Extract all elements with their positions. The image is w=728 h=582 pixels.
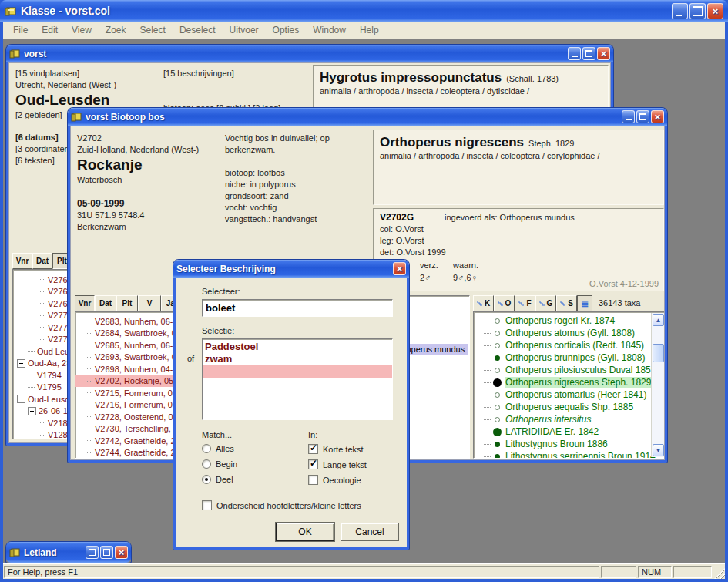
letland-titlebar[interactable]: Letland ×	[6, 542, 131, 563]
check-oecologie[interactable]: Oecologie	[308, 475, 361, 485]
tab-familie[interactable]: F	[515, 295, 535, 311]
tree-item[interactable]: V1794	[13, 369, 71, 382]
taxa-scrollbar[interactable]: ▲ ▼	[651, 313, 664, 457]
maximize-icon[interactable]	[100, 546, 113, 559]
tree-level-icon	[518, 300, 525, 307]
tree-item[interactable]: V2768	[13, 286, 71, 298]
tree-item[interactable]: V1795	[13, 382, 71, 394]
match-label: Match...	[202, 430, 232, 439]
taxon-row[interactable]: Orthoperus atomarius (Heer 1841)	[474, 389, 665, 401]
radio-alles[interactable]: Alles	[202, 444, 234, 453]
tree-item[interactable]: 26-06-19	[13, 405, 71, 418]
taxon-row[interactable]: Orthoperus intersitus	[474, 413, 665, 426]
menu-uitvoer[interactable]: Uitvoer	[223, 22, 266, 38]
menu-deselect[interactable]: Deselect	[173, 22, 223, 38]
tab-dat[interactable]: Dat	[95, 295, 116, 311]
tab-klasse[interactable]: K	[473, 295, 494, 311]
collapse-icon[interactable]	[17, 359, 25, 368]
vorst-tree: V2767 V2768 V2769 V2770 V2771 V2772 Oud …	[12, 269, 72, 439]
maximize-icon[interactable]	[689, 3, 706, 19]
taxon-row[interactable]: Orthoperus pilosiusculus Duval 1859	[474, 364, 665, 376]
close-icon[interactable]: ×	[597, 47, 610, 60]
tab-dat[interactable]: Dat	[32, 253, 52, 269]
check-korte-tekst[interactable]: Korte tekst	[308, 444, 364, 454]
radio-deel[interactable]: Deel	[202, 475, 233, 484]
tree-item[interactable]: V218	[13, 417, 71, 429]
tab-orde[interactable]: O	[494, 295, 515, 311]
restore-icon[interactable]	[86, 546, 99, 559]
close-icon[interactable]: ×	[393, 262, 406, 275]
checkbox-icon[interactable]	[308, 444, 318, 454]
dialog-titlebar[interactable]: Selecteer Beschrijving ×	[173, 260, 409, 278]
check-lange-tekst[interactable]: Lange tekst	[308, 459, 367, 469]
menu-edit[interactable]: Edit	[35, 22, 65, 38]
tree-item[interactable]: V2769	[13, 298, 71, 310]
tree-item[interactable]: V2771	[13, 321, 71, 334]
menu-opties[interactable]: Opties	[266, 22, 307, 38]
biotoop-titlebar[interactable]: vorst Biotoop bos ×	[68, 108, 667, 126]
tree-item[interactable]: V128	[13, 429, 71, 440]
radio-icon[interactable]	[202, 475, 211, 484]
resize-grip[interactable]	[714, 568, 725, 579]
maximize-icon[interactable]	[582, 47, 595, 60]
tree-item[interactable]: Oud-Leusd	[13, 393, 71, 405]
taxon-row[interactable]: Orthoperus corticalis (Redt. 1845)	[474, 339, 665, 352]
selection-listbox[interactable]: Paddestoel zwam	[202, 338, 393, 420]
vorst-titlebar[interactable]: vorst ×	[6, 45, 613, 62]
selection-item[interactable]: Paddestoel	[203, 341, 392, 353]
maximize-icon[interactable]	[636, 110, 649, 123]
taxon-row[interactable]: Lithostygnus Broun 1886	[474, 438, 665, 450]
taxon-row[interactable]: Orthoperus rogeri Kr. 1874	[474, 315, 665, 327]
checkbox-icon[interactable]	[202, 500, 212, 510]
menu-zoek[interactable]: Zoek	[99, 22, 133, 38]
scroll-down-icon[interactable]: ▼	[653, 444, 664, 456]
menu-window[interactable]: Window	[306, 22, 353, 38]
menu-help[interactable]: Help	[353, 22, 386, 38]
radio-begin[interactable]: Begin	[202, 459, 237, 469]
tab-plt[interactable]: Plt	[116, 295, 138, 311]
taxon-row[interactable]: Orthoperus aequalis Shp. 1885	[474, 401, 665, 413]
close-icon[interactable]: ×	[707, 3, 723, 19]
ok-button[interactable]: OK	[276, 523, 334, 541]
taxon-row[interactable]: LATRIDIIDAE Er. 1842	[474, 426, 665, 438]
check-case-sensitive[interactable]: Onderscheid hoofdletters/kleine letters	[202, 500, 361, 510]
close-icon[interactable]: ×	[115, 546, 128, 559]
tree-item[interactable]: Oud Leusd	[13, 345, 71, 358]
selection-highlight-row[interactable]	[203, 365, 392, 378]
taxon-row[interactable]: Orthoperus nigrescens Steph. 1829	[474, 376, 665, 389]
main-titlebar[interactable]: Klasse - vorst.col ×	[0, 0, 728, 22]
radio-icon[interactable]	[202, 444, 211, 453]
biotoop-species-panel: Orthoperus nigrescensSteph. 1829 animali…	[373, 130, 664, 205]
checkbox-icon[interactable]	[308, 475, 318, 485]
menu-file[interactable]: File	[6, 22, 35, 38]
minimize-icon[interactable]	[568, 47, 581, 60]
menu-select[interactable]: Select	[133, 22, 173, 38]
close-icon[interactable]: ×	[651, 110, 664, 123]
tab-genus[interactable]: G	[535, 295, 556, 311]
radio-icon[interactable]	[202, 459, 211, 469]
selection-item[interactable]: zwam	[203, 353, 392, 365]
search-input[interactable]	[202, 299, 393, 317]
list-view-button[interactable]: ≣	[577, 295, 592, 311]
tree-item[interactable]: V2767	[13, 274, 71, 286]
tab-v[interactable]: V	[138, 295, 161, 311]
taxon-row[interactable]: Lithostygnus serripennis Broun 1914	[474, 450, 665, 459]
tree-item[interactable]: V2772	[13, 334, 71, 346]
tree-item[interactable]: V2770	[13, 310, 71, 322]
minimize-icon[interactable]	[672, 3, 688, 19]
scroll-up-icon[interactable]: ▲	[653, 314, 664, 326]
taxon-row[interactable]: Orthoperus brunnipes (Gyll. 1808)	[474, 352, 665, 364]
minimize-icon[interactable]	[622, 110, 635, 123]
checkbox-icon[interactable]	[308, 459, 318, 469]
tab-vnr[interactable]: Vnr	[12, 253, 32, 269]
collapse-icon[interactable]	[17, 395, 25, 403]
taxon-row[interactable]: Orthoperus atomus (Gyll. 1808)	[474, 327, 665, 339]
scroll-thumb[interactable]	[653, 344, 664, 362]
menu-view[interactable]: View	[65, 22, 99, 38]
tab-soort[interactable]: S	[556, 295, 577, 311]
tree-item[interactable]: Oud-Aa, 23	[13, 358, 71, 370]
tab-vnr[interactable]: Vnr	[75, 295, 95, 311]
collapse-icon[interactable]	[28, 407, 36, 415]
cancel-button[interactable]: Cancel	[341, 523, 399, 541]
verz-label: verz.	[420, 260, 438, 271]
